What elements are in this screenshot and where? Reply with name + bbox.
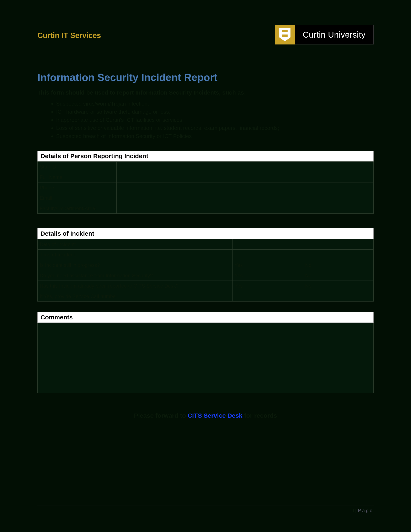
question-label: Do you need assistance from Information … [38,270,232,281]
field-label: Faculty/Department/Area: [38,203,116,214]
forward-post: for records [242,412,277,419]
field-label: Phone: [38,182,116,193]
incident-table: Date of Incident: Time of Incident: Is I… [38,239,373,302]
list-item: Suspected virus/worm/Trojan infection; [56,100,373,108]
yes-option[interactable]: Yes [232,281,303,291]
email-field[interactable] [116,193,373,203]
no-option[interactable]: No [303,270,373,281]
incident-time-field[interactable] [232,250,373,260]
forward-pre: Please forward to [134,412,188,419]
question-label: Has this Incident already been reported … [38,281,232,291]
question-label: Is Incident still in progress? [38,260,232,270]
field-label: Date of Incident: [38,239,232,250]
comments-field[interactable] [38,323,373,393]
field-label: Email: [38,193,116,203]
list-item: Suspected breach of Information Security… [56,132,373,140]
field-label: If Yes, provide Service Call number: [38,291,232,302]
footer: 1|Page [38,505,373,513]
yes-option[interactable]: Yes [232,270,303,281]
list-item: ICT hardware or software theft, damage o… [56,108,373,116]
faculty-field[interactable] [116,203,373,214]
no-option[interactable]: No [303,281,373,291]
footer-rule [38,505,373,505]
reporter-table: Staff ID: Full Name: Phone: Email: Facul… [38,162,373,214]
university-name: Curtin University [295,25,373,45]
section-comments-heading: Comments [38,312,373,323]
incident-date-field[interactable] [232,239,373,250]
shield-icon [275,25,295,45]
staff-id-field[interactable] [116,162,373,172]
forward-instruction: Please forward to CITS Service Desk for … [38,412,373,419]
list-item: Inappropriate use of Curtin's ICT facili… [56,116,373,124]
section-incident-heading: Details of Incident [38,228,373,239]
service-call-field[interactable] [232,291,373,302]
service-desk-link[interactable]: CITS Service Desk [188,412,242,419]
phone-field[interactable] [116,182,373,193]
no-option[interactable]: No [303,260,373,270]
intro-text: This form should be used to report Infor… [38,89,373,96]
page-number: 1|Page [38,508,373,513]
yes-option[interactable]: Yes [232,260,303,270]
department-name: Curtin IT Services [38,31,101,40]
incident-type-list: Suspected virus/worm/Trojan infection; I… [56,100,373,140]
page-title: Information Security Incident Report [38,71,373,84]
field-label: Time of Incident: [38,250,232,260]
field-label: Full Name: [38,172,116,182]
header: Curtin IT Services Curtin University [38,25,373,45]
list-item: Loss of sensitive or valuable informatio… [56,124,373,132]
section-reporter-heading: Details of Person Reporting Incident [38,151,373,162]
university-logo: Curtin University [275,25,373,45]
full-name-field[interactable] [116,172,373,182]
field-label: Staff ID: [38,162,116,172]
